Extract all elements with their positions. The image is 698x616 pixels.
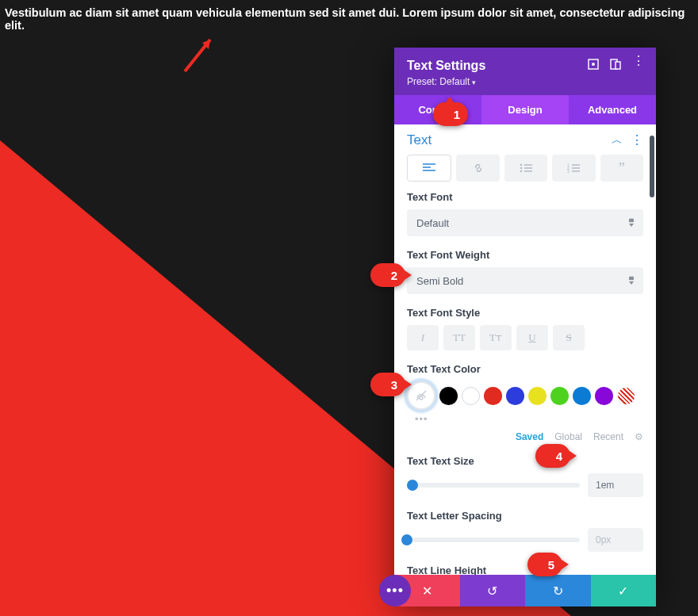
font-label: Text Font bbox=[407, 191, 643, 203]
palette-tab-global[interactable]: Global bbox=[554, 431, 582, 442]
callout-1: 1 bbox=[433, 102, 468, 126]
style-strike[interactable]: S bbox=[553, 325, 585, 350]
redo-button[interactable]: ↻ bbox=[525, 575, 591, 606]
style-label: Text Font Style bbox=[407, 307, 643, 319]
style-italic[interactable]: I bbox=[407, 325, 439, 350]
letter-spacing-slider[interactable] bbox=[407, 538, 580, 542]
swatch-yellow[interactable] bbox=[528, 387, 547, 405]
style-smallcaps[interactable]: Tᴛ bbox=[480, 325, 512, 350]
panel-body: Text ︿ ⋮ 123 ” Text Font Default bbox=[394, 124, 656, 575]
weight-select[interactable]: Semi Bold bbox=[407, 267, 643, 294]
weight-label: Text Font Weight bbox=[407, 249, 643, 261]
collapse-icon[interactable]: ︿ bbox=[612, 133, 623, 147]
callout-2: 2 bbox=[370, 263, 405, 287]
expand-icon[interactable] bbox=[588, 59, 599, 70]
floating-menu-button[interactable]: ••• bbox=[379, 575, 411, 606]
swatch-red[interactable] bbox=[484, 387, 502, 405]
panel-title: Text Settings bbox=[407, 59, 485, 73]
callout-3: 3 bbox=[370, 373, 405, 396]
palette-tab-recent[interactable]: Recent bbox=[593, 431, 623, 442]
swatch-green[interactable] bbox=[550, 387, 569, 405]
size-value[interactable]: 1em bbox=[588, 473, 643, 497]
swatch-blue[interactable] bbox=[506, 387, 524, 405]
scrollbar-thumb[interactable] bbox=[650, 136, 654, 197]
swatch-black[interactable] bbox=[439, 387, 458, 405]
undo-button[interactable]: ↺ bbox=[460, 575, 526, 606]
svg-point-4 bbox=[520, 164, 523, 166]
text-type-quote[interactable]: ” bbox=[600, 155, 643, 182]
font-select[interactable]: Default bbox=[407, 209, 643, 236]
preset-selector[interactable]: Preset: Default bbox=[407, 76, 485, 87]
line-height-label: Text Line Height bbox=[407, 564, 643, 575]
responsive-icon[interactable] bbox=[610, 59, 621, 70]
callout-4: 4 bbox=[535, 444, 570, 468]
panel-footer: ✕ ↺ ↻ ✓ bbox=[394, 575, 656, 606]
more-icon[interactable]: ⋮ bbox=[632, 59, 643, 70]
size-slider[interactable] bbox=[407, 483, 580, 488]
palette-settings-icon[interactable]: ⚙ bbox=[635, 431, 643, 442]
section-more-icon[interactable]: ⋮ bbox=[631, 134, 643, 147]
callout-5: 5 bbox=[527, 553, 562, 576]
style-underline[interactable]: U bbox=[516, 325, 548, 350]
svg-point-6 bbox=[520, 170, 523, 173]
save-button[interactable]: ✓ bbox=[591, 575, 657, 606]
size-label: Text Text Size bbox=[407, 455, 643, 467]
palette-tab-saved[interactable]: Saved bbox=[516, 431, 543, 442]
svg-point-5 bbox=[520, 167, 523, 170]
svg-text:3: 3 bbox=[567, 169, 570, 173]
text-type-ol[interactable]: 123 bbox=[552, 155, 595, 182]
tab-advanced[interactable]: Advanced bbox=[569, 95, 656, 124]
color-label: Text Text Color bbox=[407, 363, 643, 375]
svg-point-1 bbox=[592, 63, 595, 66]
text-type-ul[interactable] bbox=[504, 155, 547, 182]
canvas-sample-text[interactable]: Vestibulum ac diam sit amet quam vehicul… bbox=[5, 6, 698, 32]
section-title-text[interactable]: Text bbox=[407, 132, 431, 148]
swatch-purple[interactable] bbox=[595, 387, 613, 405]
text-type-paragraph[interactable] bbox=[407, 155, 451, 182]
svg-rect-3 bbox=[616, 62, 620, 69]
text-type-link[interactable] bbox=[456, 155, 499, 182]
text-settings-panel: Text Settings Preset: Default ⋮ Content … bbox=[394, 48, 656, 606]
swatch-transparent[interactable] bbox=[617, 387, 635, 405]
letter-spacing-value[interactable]: 0px bbox=[588, 528, 643, 552]
tab-design[interactable]: Design bbox=[481, 95, 569, 124]
swatch-white[interactable] bbox=[462, 387, 480, 405]
swatch-blue2[interactable] bbox=[573, 387, 591, 405]
style-uppercase[interactable]: TT bbox=[443, 325, 475, 350]
annotation-arrow bbox=[178, 32, 218, 75]
panel-header: Text Settings Preset: Default ⋮ bbox=[394, 48, 656, 95]
swatch-more-icon[interactable]: ••• bbox=[407, 413, 643, 425]
letter-spacing-label: Text Letter Spacing bbox=[407, 510, 643, 522]
